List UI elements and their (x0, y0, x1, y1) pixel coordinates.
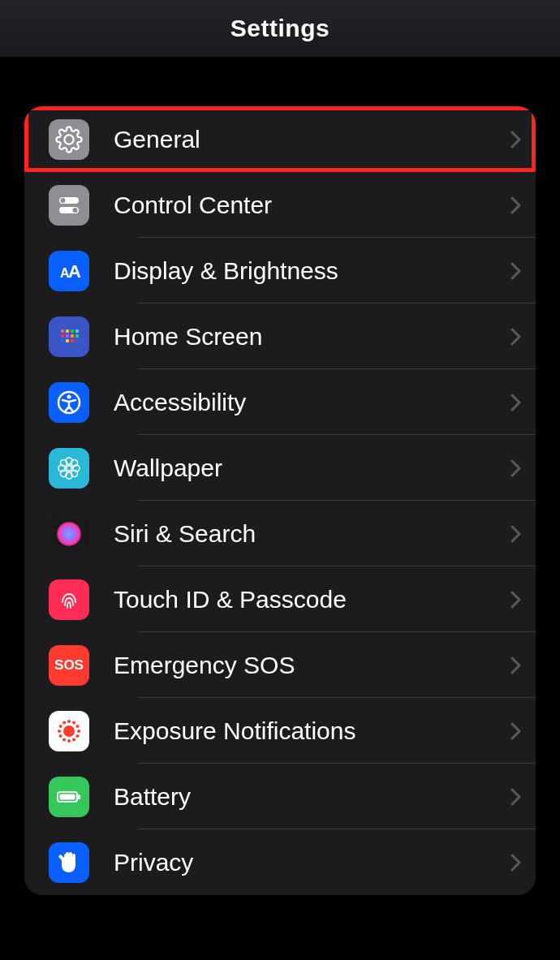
svg-point-1 (61, 198, 66, 203)
sos-icon: SOS (49, 645, 89, 686)
svg-text:A: A (68, 261, 81, 282)
page-title: Settings (230, 15, 330, 42)
svg-point-43 (72, 721, 75, 724)
settings-row-home-screen[interactable]: Home Screen (24, 303, 536, 369)
chevron-right-icon (510, 524, 521, 544)
row-label: Siri & Search (114, 520, 502, 548)
chevron-right-icon (510, 196, 521, 215)
svg-point-35 (72, 738, 75, 741)
svg-point-32 (63, 725, 75, 737)
svg-rect-46 (60, 794, 75, 799)
row-label: Wallpaper (114, 454, 502, 482)
svg-point-20 (67, 394, 71, 398)
svg-rect-7 (61, 329, 64, 333)
chevron-right-icon (510, 327, 521, 347)
nav-bar: Settings (0, 0, 560, 58)
svg-rect-12 (66, 334, 69, 338)
settings-row-control-center[interactable]: Control Center (24, 172, 536, 238)
svg-rect-11 (61, 334, 64, 338)
svg-text:SOS: SOS (54, 657, 84, 673)
settings-row-wallpaper[interactable]: Wallpaper (24, 435, 536, 501)
gear-icon (49, 119, 89, 160)
settings-row-touch-id[interactable]: Touch ID & Passcode (24, 566, 536, 632)
settings-row-general[interactable]: General (24, 106, 536, 172)
chevron-right-icon (510, 458, 521, 478)
svg-point-39 (58, 730, 61, 733)
settings-group: GeneralControl CenterAADisplay & Brightn… (24, 106, 536, 895)
chevron-right-icon (510, 721, 521, 741)
flower-icon (49, 448, 89, 489)
row-label: Control Center (114, 192, 502, 219)
svg-point-33 (77, 730, 80, 733)
svg-rect-47 (78, 794, 80, 799)
svg-rect-8 (66, 329, 69, 333)
settings-row-display[interactable]: AADisplay & Brightness (24, 238, 536, 303)
svg-point-3 (73, 208, 78, 213)
row-label: Emergency SOS (114, 652, 502, 679)
svg-point-41 (62, 721, 66, 724)
svg-rect-16 (66, 339, 69, 342)
settings-content: GeneralControl CenterAADisplay & Brightn… (0, 106, 560, 895)
svg-rect-14 (75, 334, 79, 338)
row-label: Display & Brightness (114, 257, 502, 285)
chevron-right-icon (510, 261, 521, 281)
chevron-right-icon (510, 787, 521, 807)
svg-rect-18 (75, 339, 79, 342)
row-label: Touch ID & Passcode (114, 586, 502, 613)
svg-rect-15 (61, 339, 64, 342)
svg-point-38 (59, 734, 62, 738)
row-label: Privacy (114, 849, 502, 876)
chevron-right-icon (510, 656, 521, 675)
chevron-right-icon (510, 393, 521, 412)
settings-row-privacy[interactable]: Privacy (24, 829, 536, 895)
battery-icon (49, 777, 89, 817)
toggles-icon (49, 185, 89, 226)
settings-row-siri[interactable]: Siri & Search (24, 501, 536, 566)
text-size-icon: AA (49, 251, 89, 291)
svg-rect-13 (71, 334, 74, 338)
svg-point-42 (67, 720, 71, 723)
row-label: General (114, 126, 502, 153)
siri-icon (49, 514, 89, 554)
settings-row-accessibility[interactable]: Accessibility (24, 369, 536, 435)
accessibility-icon (49, 382, 89, 423)
svg-point-44 (75, 725, 79, 728)
row-label: Home Screen (114, 323, 502, 351)
svg-point-37 (62, 738, 66, 741)
svg-point-21 (67, 465, 72, 471)
chevron-right-icon (510, 590, 521, 609)
app-grid-icon (49, 316, 89, 357)
svg-rect-10 (75, 329, 79, 333)
exposure-icon (49, 711, 89, 751)
settings-row-sos[interactable]: SOSEmergency SOS (24, 632, 536, 698)
svg-point-30 (57, 522, 81, 546)
row-label: Battery (114, 783, 502, 811)
svg-point-40 (59, 725, 62, 728)
row-label: Accessibility (114, 389, 502, 416)
hand-icon (49, 842, 89, 883)
svg-point-36 (67, 739, 71, 743)
fingerprint-icon (49, 579, 89, 620)
svg-rect-9 (71, 329, 74, 333)
chevron-right-icon (510, 853, 521, 872)
svg-rect-17 (71, 339, 74, 342)
chevron-right-icon (510, 130, 521, 149)
row-label: Exposure Notifications (114, 717, 502, 745)
svg-point-34 (75, 734, 79, 738)
settings-row-battery[interactable]: Battery (24, 764, 536, 829)
settings-row-exposure[interactable]: Exposure Notifications (24, 698, 536, 764)
